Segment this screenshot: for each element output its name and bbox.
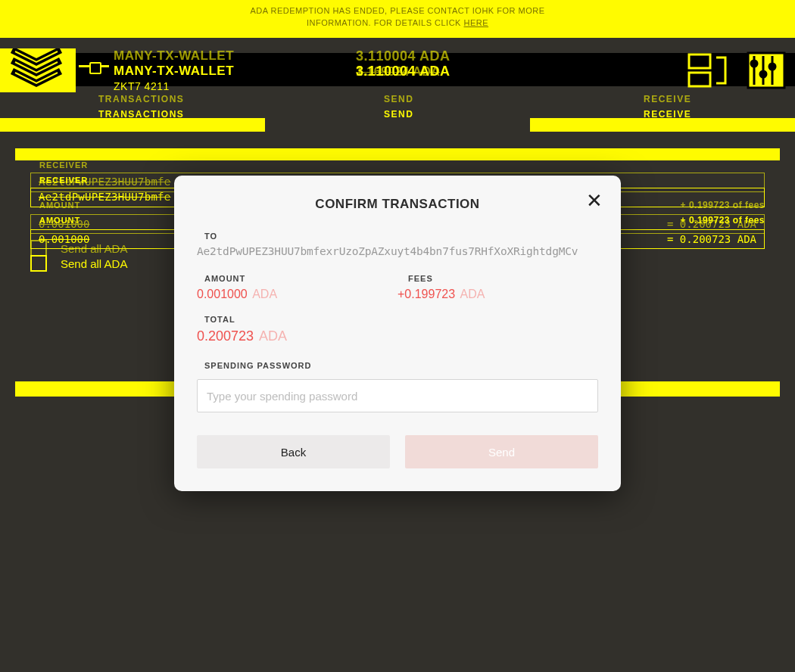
modal-title: CONFIRM TRANSACTION	[197, 197, 598, 212]
close-icon[interactable]: ✕	[586, 194, 603, 207]
modal-backdrop: CONFIRM TRANSACTION ✕ TO Ae2tdPwUPEZ3HUU…	[0, 0, 795, 672]
send-button[interactable]: Send	[405, 435, 598, 468]
modal-total-label: TOTAL	[204, 315, 598, 324]
to-label: TO	[204, 232, 598, 241]
modal-amount-value: 0.001000 ADA	[197, 288, 398, 301]
modal-amount-label: AMOUNT	[204, 274, 398, 283]
modal-total-value: 0.200723 ADA	[197, 328, 598, 344]
modal-fees-value: +0.199723 ADA	[398, 288, 598, 301]
modal-fees-label: FEES	[408, 274, 598, 283]
confirm-transaction-modal: CONFIRM TRANSACTION ✕ TO Ae2tdPwUPEZ3HUU…	[174, 176, 621, 491]
spending-password-label: SPENDING PASSWORD	[204, 361, 598, 370]
back-button[interactable]: Back	[197, 435, 390, 468]
to-address: Ae2tdPwUPEZ3HUU7bmfexrUzoZpAZxuyt4b4bn7f…	[197, 245, 598, 257]
spending-password-input[interactable]	[197, 379, 598, 412]
